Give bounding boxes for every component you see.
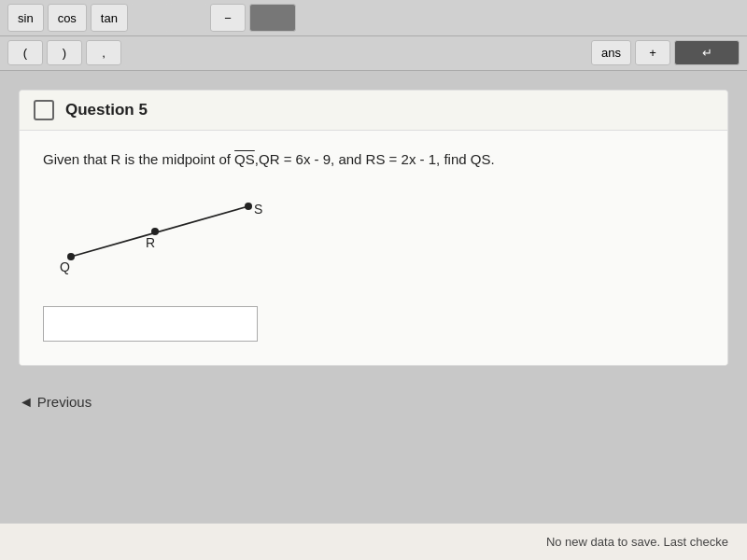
calc-ans-button[interactable]: ans: [591, 40, 631, 65]
calc-spacer-1: [132, 4, 167, 32]
calc-plus-button[interactable]: +: [635, 40, 670, 65]
label-r: R: [146, 235, 155, 250]
calc-close-paren-button[interactable]: ): [47, 40, 82, 65]
calc-open-paren-button[interactable]: (: [7, 40, 43, 65]
calc-spacer-2: [171, 4, 206, 32]
main-content: Question 5 Given that R is the midpoint …: [0, 71, 747, 375]
point-s: [245, 203, 252, 210]
question-body: Given that R is the midpoint of QS,QR = …: [20, 131, 727, 365]
previous-label: Previous: [37, 394, 92, 410]
question-overline: QS: [234, 151, 255, 167]
question-header: Question 5: [20, 91, 727, 131]
calc-dark-btn[interactable]: [249, 4, 296, 32]
label-s: S: [254, 202, 262, 217]
question-title: Question 5: [65, 101, 148, 119]
calc-minus-button[interactable]: −: [210, 4, 246, 32]
answer-input[interactable]: [43, 306, 258, 342]
calculator-strip-row2: ( ) , ans + ↵: [0, 36, 747, 71]
diagram-svg: Q R S: [43, 189, 286, 283]
question-text-prefix: Given that R is the midpoint of: [43, 151, 234, 167]
question-icon: [34, 100, 54, 120]
nav-footer: ◄ Previous: [0, 380, 747, 425]
status-bar: No new data to save. Last checke: [0, 523, 747, 560]
calc-spacer-3: [125, 38, 181, 66]
calc-comma-button[interactable]: ,: [86, 40, 121, 65]
calc-cos-button[interactable]: cos: [48, 4, 87, 32]
status-text: No new data to save. Last checke: [546, 535, 728, 549]
label-q: Q: [60, 259, 70, 274]
svg-line-0: [71, 206, 248, 257]
calc-tan-button[interactable]: tan: [91, 4, 128, 32]
question-text-suffix: ,QR = 6x - 9, and RS = 2x - 1, find QS.: [255, 151, 495, 167]
question-card: Question 5 Given that R is the midpoint …: [19, 90, 728, 366]
previous-link[interactable]: ◄ Previous: [19, 394, 92, 411]
calc-enter-button[interactable]: ↵: [674, 40, 740, 65]
question-text: Given that R is the midpoint of QS,QR = …: [43, 149, 704, 171]
point-r: [151, 228, 159, 235]
previous-arrow-icon: ◄: [19, 394, 34, 411]
calc-sin-button[interactable]: sin: [7, 4, 44, 32]
geometry-diagram: Q R S: [43, 189, 286, 283]
calculator-strip: sin cos tan −: [0, 0, 747, 36]
